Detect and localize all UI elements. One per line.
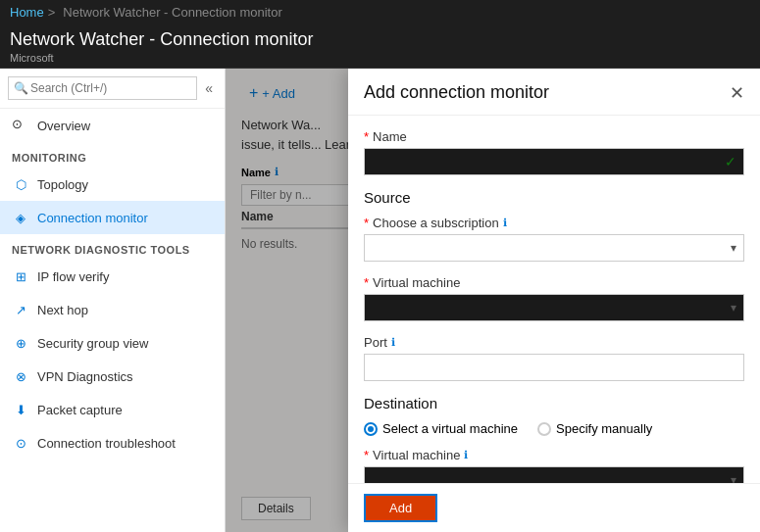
source-port-input[interactable] — [364, 354, 744, 381]
name-input-wrapper: ✓ — [364, 148, 744, 175]
dest-vm-label-text: Virtual machine — [373, 448, 460, 462]
source-section-title: Source — [364, 189, 744, 206]
name-label-text: Name — [373, 129, 407, 144]
next-hop-icon: ↗ — [12, 301, 29, 318]
subscription-label: * Choose a subscription ℹ — [364, 216, 744, 230]
destination-section-title: Destination — [364, 395, 744, 411]
sidebar-content: ⊙ Overview MONITORING ⬡ Topology ◈ Conne… — [0, 109, 225, 532]
sidebar-item-overview[interactable]: ⊙ Overview — [0, 109, 225, 142]
source-vm-select[interactable] — [364, 294, 744, 321]
sidebar-search-container: 🔍 « — [0, 69, 225, 109]
packet-capture-icon: ⬇ — [12, 401, 29, 418]
subscription-field-group: * Choose a subscription ℹ ▾ — [364, 216, 744, 262]
source-vm-label: * Virtual machine — [364, 275, 744, 290]
sidebar-item-topology[interactable]: ⬡ Topology — [0, 168, 225, 201]
topbar: Home > Network Watcher - Connection moni… — [0, 0, 760, 24]
dest-vm-field-group: * Virtual machine ℹ ▾ — [364, 448, 744, 483]
monitoring-section-header: MONITORING — [0, 142, 225, 168]
sidebar: 🔍 « ⊙ Overview MONITORING ⬡ Topology ◈ C… — [0, 69, 226, 532]
connection-troubleshoot-icon: ⊙ — [12, 434, 29, 452]
sidebar-item-label: Packet capture — [37, 403, 123, 417]
dest-vm-select-wrapper: ▾ — [364, 466, 744, 483]
modal-body: * Name ✓ Source * Cho — [348, 116, 760, 483]
sidebar-item-security-group[interactable]: ⊕ Security group view — [0, 326, 225, 360]
modal-panel: Add connection monitor ✕ * Name ✓ — [348, 69, 760, 532]
breadcrumb-home[interactable]: Home — [10, 5, 44, 20]
sidebar-item-label: Next hop — [37, 303, 88, 317]
header-title: Network Watcher - Connection monitor — [10, 29, 750, 50]
radio-manual-circle — [537, 422, 551, 436]
main-layout: 🔍 « ⊙ Overview MONITORING ⬡ Topology ◈ C… — [0, 69, 760, 532]
sidebar-item-label: VPN Diagnostics — [37, 369, 133, 384]
ip-flow-icon: ⊞ — [12, 267, 29, 285]
search-input[interactable] — [8, 76, 197, 100]
source-vm-required-star: * — [364, 275, 369, 290]
sidebar-collapse-button[interactable]: « — [201, 80, 217, 96]
app-header: Network Watcher - Connection monitor Mic… — [0, 24, 760, 69]
vpn-icon: ⊗ — [12, 367, 29, 385]
subscription-required-star: * — [364, 216, 369, 230]
source-port-info-icon: ℹ — [391, 336, 395, 349]
subscription-info-icon: ℹ — [503, 217, 507, 229]
modal-header: Add connection monitor ✕ — [348, 69, 760, 116]
modal-close-button[interactable]: ✕ — [730, 84, 744, 102]
source-vm-label-text: Virtual machine — [373, 275, 460, 290]
destination-radio-group: Select a virtual machine Specify manuall… — [364, 421, 744, 436]
sidebar-item-vpn-diagnostics[interactable]: ⊗ VPN Diagnostics — [0, 360, 225, 393]
sidebar-item-next-hop[interactable]: ↗ Next hop — [0, 293, 225, 326]
source-port-label-text: Port — [364, 335, 387, 350]
dest-vm-label: * Virtual machine ℹ — [364, 448, 744, 462]
modal-overlay: Add connection monitor ✕ * Name ✓ — [226, 69, 760, 532]
breadcrumb-current: Network Watcher - Connection monitor — [63, 5, 282, 20]
search-icon: 🔍 — [14, 81, 28, 95]
sidebar-item-label: Topology — [37, 177, 88, 192]
radio-vm-label: Select a virtual machine — [382, 421, 518, 436]
modal-footer: Add — [348, 483, 760, 532]
header-subtitle: Microsoft — [10, 52, 750, 64]
subscription-select-wrapper: ▾ — [364, 234, 744, 262]
content-area: + + Add Network Wa... issue, it tells...… — [226, 69, 760, 532]
name-required-star: * — [364, 129, 369, 144]
sidebar-item-connection-monitor[interactable]: ◈ Connection monitor — [0, 201, 225, 234]
source-port-field-group: Port ℹ — [364, 335, 744, 381]
dest-vm-required-star: * — [364, 448, 369, 462]
sidebar-item-label: Overview — [37, 119, 90, 133]
source-vm-select-wrapper: ▾ — [364, 294, 744, 321]
subscription-label-text: Choose a subscription — [373, 216, 499, 230]
radio-vm-circle — [364, 422, 378, 436]
name-check-icon: ✓ — [725, 154, 736, 169]
source-vm-field-group: * Virtual machine ▾ — [364, 275, 744, 321]
sidebar-item-connection-troubleshoot[interactable]: ⊙ Connection troubleshoot — [0, 426, 225, 459]
overview-icon: ⊙ — [12, 117, 29, 134]
sidebar-item-label: Connection monitor — [37, 211, 148, 225]
breadcrumb-separator: > — [48, 5, 56, 20]
modal-title: Add connection monitor — [364, 82, 549, 103]
sidebar-item-ip-flow[interactable]: ⊞ IP flow verify — [0, 260, 225, 293]
radio-specify-manually[interactable]: Specify manually — [537, 421, 652, 436]
connection-monitor-icon: ◈ — [12, 209, 29, 226]
security-group-icon: ⊕ — [12, 334, 29, 352]
sidebar-item-label: Connection troubleshoot — [37, 436, 176, 451]
topology-icon: ⬡ — [12, 175, 29, 193]
radio-manual-label: Specify manually — [556, 421, 652, 436]
add-connection-button[interactable]: Add — [364, 494, 437, 522]
dest-vm-select[interactable] — [364, 466, 744, 483]
sidebar-item-packet-capture[interactable]: ⬇ Packet capture — [0, 393, 225, 426]
subscription-select[interactable] — [364, 234, 744, 262]
dest-vm-info-icon: ℹ — [464, 449, 468, 461]
name-field-label: * Name — [364, 129, 744, 144]
name-input[interactable] — [364, 148, 744, 175]
sidebar-item-label: Security group view — [37, 336, 148, 351]
tools-section-header: NETWORK DIAGNOSTIC TOOLS — [0, 234, 225, 260]
radio-select-vm[interactable]: Select a virtual machine — [364, 421, 518, 436]
name-field-group: * Name ✓ — [364, 129, 744, 175]
sidebar-item-label: IP flow verify — [37, 269, 109, 284]
source-port-label: Port ℹ — [364, 335, 744, 350]
